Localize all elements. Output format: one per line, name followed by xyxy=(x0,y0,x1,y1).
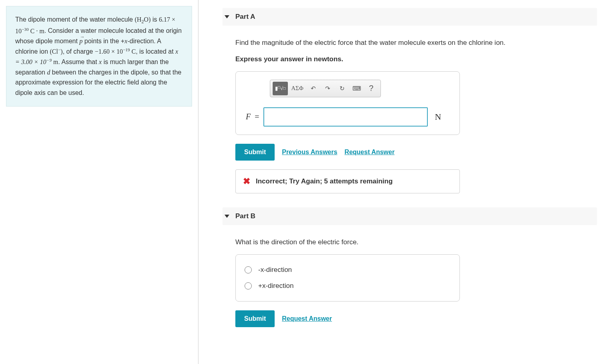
answer-input[interactable] xyxy=(263,107,428,127)
keyboard-button[interactable]: ⌨ xyxy=(350,82,364,95)
equation-toolbar: ▮□√□ ΑΣΦ ↶ ↷ ↻ ⌨ ? xyxy=(270,80,381,97)
undo-button[interactable]: ↶ xyxy=(307,82,320,95)
part-b-title: Part B xyxy=(235,212,255,220)
answer-panel: Part A Find the magnitude of the electri… xyxy=(198,0,601,364)
part-b-body: What is the direction of the electric fo… xyxy=(223,237,597,328)
prompt-text: The dipole moment of the water molecule xyxy=(15,16,135,23)
part-b-question: What is the direction of the electric fo… xyxy=(235,237,597,247)
radio-label-pos-x: +x-direction xyxy=(258,282,293,290)
vector-p: p xyxy=(79,36,83,46)
incorrect-icon: ✖ xyxy=(243,176,250,187)
caret-down-icon xyxy=(225,15,229,18)
help-button[interactable]: ? xyxy=(364,82,378,95)
part-a-question: Find the magnitude of the electric force… xyxy=(235,38,597,48)
submit-button[interactable]: Submit xyxy=(235,310,275,327)
problem-prompt-panel: The dipole moment of the water molecule … xyxy=(0,0,198,364)
part-b: Part B What is the direction of the elec… xyxy=(223,207,597,328)
caret-down-icon xyxy=(225,215,229,218)
redo-button[interactable]: ↷ xyxy=(321,82,335,95)
unit-label: N xyxy=(435,112,441,122)
part-a-header[interactable]: Part A xyxy=(223,8,597,26)
part-a-instruction: Express your answer in newtons. xyxy=(235,55,597,63)
feedback-text: Incorrect; Try Again; 5 attempts remaini… xyxy=(256,177,393,185)
option-pos-x[interactable]: +x-direction xyxy=(245,278,451,294)
submit-button[interactable]: Submit xyxy=(235,144,275,161)
option-neg-x[interactable]: -x-direction xyxy=(245,262,451,278)
answer-input-row: F = N xyxy=(246,107,449,127)
part-a-title: Part A xyxy=(235,13,255,21)
charge-value: −1.60 × 10−19 C xyxy=(95,48,136,55)
formula-h2o: (H2O) xyxy=(135,16,151,23)
part-a-body: Find the magnitude of the electric force… xyxy=(223,38,597,193)
radio-options-box: -x-direction +x-direction xyxy=(235,254,460,302)
part-a: Part A Find the magnitude of the electri… xyxy=(223,8,597,193)
feedback-box: ✖ Incorrect; Try Again; 5 attempts remai… xyxy=(235,169,460,193)
variable-label: F xyxy=(246,112,251,121)
radio-pos-x[interactable] xyxy=(245,282,252,290)
problem-prompt: The dipole moment of the water molecule … xyxy=(6,6,192,107)
template-button[interactable]: ▮□√□ xyxy=(273,82,288,95)
formula-cl: (Cl−) xyxy=(50,48,63,55)
previous-answers-link[interactable]: Previous Answers xyxy=(282,149,337,156)
radio-label-neg-x: -x-direction xyxy=(258,266,292,274)
part-a-actions: Submit Previous Answers Request Answer xyxy=(235,144,597,161)
request-answer-link[interactable]: Request Answer xyxy=(282,315,332,322)
greek-button[interactable]: ΑΣΦ xyxy=(289,82,306,95)
request-answer-link[interactable]: Request Answer xyxy=(344,149,395,156)
answer-box: ▮□√□ ΑΣΦ ↶ ↷ ↻ ⌨ ? F = N xyxy=(235,71,460,135)
part-b-actions: Submit Request Answer xyxy=(235,310,597,327)
part-b-header[interactable]: Part B xyxy=(223,207,597,225)
radio-neg-x[interactable] xyxy=(245,266,252,274)
reset-button[interactable]: ↻ xyxy=(336,82,349,95)
